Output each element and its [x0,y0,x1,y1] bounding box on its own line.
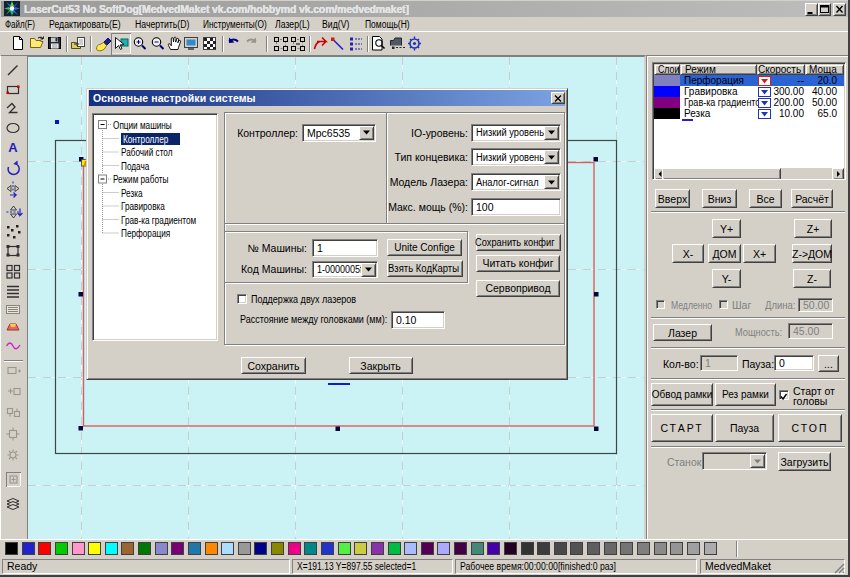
svg-text:A: A [8,140,18,155]
